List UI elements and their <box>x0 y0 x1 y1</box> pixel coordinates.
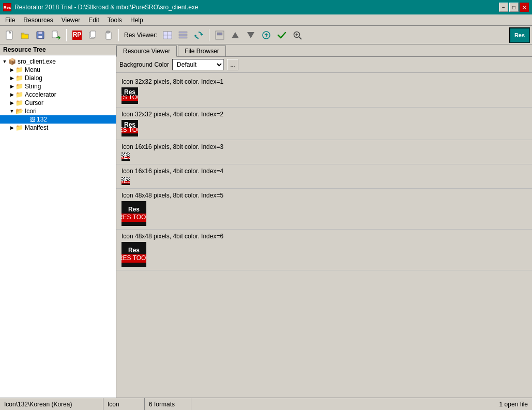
dialog-label: Dialog <box>25 74 42 82</box>
svg-text:RES TOOL: RES TOOL <box>121 214 146 221</box>
menu-file[interactable]: File <box>1 14 19 25</box>
tab-resource-viewer[interactable]: Resource Viewer <box>116 45 177 57</box>
move-down-btn[interactable] <box>244 28 258 42</box>
viewer-content: Icon 32x32 pixels, 8bit color. Index=1 R… <box>116 73 532 398</box>
svg-rect-13 <box>168 32 172 35</box>
menu-help[interactable]: Help <box>126 14 147 25</box>
tree-item-cursor[interactable]: ▶ 📁 Cursor <box>0 99 116 107</box>
svg-rect-17 <box>179 34 187 36</box>
svg-rect-10 <box>107 31 110 33</box>
svg-rect-2 <box>38 32 42 34</box>
tree-content: ▼ 📦 sro_client.exe ▶ 📁 Menu ▶ 📁 Dialog ▶… <box>0 55 116 398</box>
restore-button[interactable]: □ <box>509 3 519 12</box>
tree-item-string[interactable]: ▶ 📁 String <box>0 82 116 90</box>
reload-btn[interactable] <box>191 28 206 42</box>
status-open-files: 1 open file <box>191 398 532 410</box>
icon-folder-icon: 📂 <box>16 108 23 115</box>
icon-preview-3: Res RES <box>121 153 130 161</box>
svg-rect-12 <box>163 32 168 35</box>
svg-marker-23 <box>247 32 254 38</box>
accel-label: Accelerator <box>25 91 56 98</box>
res-view-btn2[interactable] <box>176 28 190 42</box>
app-icon: Res <box>3 3 11 11</box>
new-button[interactable] <box>2 28 17 42</box>
icon-entry-5: Icon 48x48 pixels, 8bit color. Index=5 R… <box>116 189 532 230</box>
menu-edit[interactable]: Edit <box>84 14 103 25</box>
item132-file-icon: 🖼 <box>30 117 35 123</box>
svg-text:RES TOOL: RES TOOL <box>121 126 138 133</box>
accel-expand-icon[interactable]: ▶ <box>8 91 16 98</box>
close-button[interactable]: ✕ <box>520 3 529 12</box>
cursor-label: Cursor <box>25 99 43 107</box>
save-button[interactable] <box>33 28 48 42</box>
icon-label: Icori <box>25 108 37 115</box>
string-label: String <box>25 83 41 90</box>
dialog-folder-icon: 📁 <box>16 74 23 82</box>
item132-label: 132 <box>37 116 47 123</box>
copy-button[interactable] <box>85 28 100 42</box>
svg-text:RES TOOL: RES TOOL <box>121 254 146 262</box>
accel-folder-icon: 📁 <box>16 91 23 98</box>
string-expand-icon[interactable]: ▶ <box>8 83 16 90</box>
menu-tools[interactable]: Tools <box>103 14 126 25</box>
tree-item-manifest[interactable]: ▶ 📁 Manifest <box>0 124 116 132</box>
tree-item-132[interactable]: 🖼 132 <box>0 115 116 124</box>
manifest-label: Manifest <box>25 124 48 131</box>
tab-file-browser[interactable]: File Browser <box>178 45 226 56</box>
icon-entry-2: Icon 32x32 pixels, 4bit color. Index=2 R… <box>116 108 532 140</box>
minimize-button[interactable]: − <box>499 3 508 12</box>
icon-entry-3: Icon 16x16 pixels, 8bit color. Index=3 R… <box>116 140 532 164</box>
icon-label-4: Icon 16x16 pixels, 4bit color. Index=4 <box>121 168 527 175</box>
tree-item-icon[interactable]: ▼ 📂 Icori <box>0 107 116 115</box>
replace-btn[interactable] <box>259 28 273 42</box>
move-up-btn[interactable] <box>228 28 242 42</box>
res-view-btn1[interactable] <box>160 28 175 42</box>
manifest-folder-icon: 📁 <box>16 124 23 131</box>
menu-expand-icon[interactable]: ▶ <box>8 66 16 73</box>
tree-item-dialog[interactable]: ▶ 📁 Dialog <box>0 74 116 82</box>
viewer-toolbar: Background Color Default White Black Cus… <box>116 57 532 73</box>
apply-btn[interactable] <box>275 28 289 42</box>
tree-item-menu[interactable]: ▶ 📁 Menu <box>0 66 116 74</box>
export-button[interactable] <box>49 28 63 42</box>
manifest-expand-icon[interactable]: ▶ <box>8 124 16 131</box>
icon-preview-2: Res RES TOOL <box>121 120 138 136</box>
view-large-btn[interactable] <box>212 28 227 42</box>
svg-rect-14 <box>163 35 168 39</box>
tree-item-accelerator[interactable]: ▶ 📁 Accelerator <box>0 90 116 99</box>
icon-entry-4: Icon 16x16 pixels, 4bit color. Index=4 R… <box>116 164 532 189</box>
viewer-panel: Resource Viewer File Browser Background … <box>116 44 532 398</box>
bg-color-browse-btn[interactable]: ... <box>227 59 238 70</box>
icon-entry-6: Icon 48x48 pixels, 4bit color. Index=6 R… <box>116 230 532 270</box>
svg-marker-22 <box>232 32 239 38</box>
icon-expand-icon[interactable]: ▼ <box>8 108 16 115</box>
menu-viewer[interactable]: Viewer <box>57 14 84 25</box>
svg-rect-8 <box>90 31 96 37</box>
open-button[interactable] <box>18 28 32 42</box>
svg-rect-18 <box>179 37 187 38</box>
title-bar: Res Restorator 2018 Trial - D:\SIlkroad … <box>0 0 532 14</box>
svg-text:RES: RES <box>121 177 130 185</box>
icon-label-1: Icon 32x32 pixels, 8bit color. Index=1 <box>121 78 527 85</box>
cursor-folder-icon: 📁 <box>16 99 23 107</box>
tree-root[interactable]: ▼ 📦 sro_client.exe <box>0 57 116 66</box>
svg-line-26 <box>299 37 301 39</box>
dialog-expand-icon[interactable]: ▶ <box>8 74 16 82</box>
svg-rect-3 <box>38 36 42 38</box>
svg-rect-16 <box>179 32 187 33</box>
main-container: Resource Tree ▼ 📦 sro_client.exe ▶ 📁 Men… <box>0 44 532 398</box>
icon-preview-4: Res RES <box>121 177 130 185</box>
bg-color-select[interactable]: Default White Black Custom <box>172 59 224 70</box>
paste-button[interactable] <box>101 28 115 42</box>
toolbar-separator-1 <box>66 29 67 41</box>
menu-resources[interactable]: Resources <box>19 14 57 25</box>
resource-tree-header: Resource Tree <box>0 44 116 55</box>
string-folder-icon: 📁 <box>16 83 23 90</box>
root-expand-icon[interactable]: ▼ <box>1 58 8 65</box>
restorator-btn[interactable]: RP <box>70 28 84 42</box>
zoom-btn[interactable] <box>290 28 305 42</box>
status-formats: 6 formats <box>145 398 191 410</box>
cursor-expand-icon[interactable]: ▶ <box>8 99 16 107</box>
tabs-bar: Resource Viewer File Browser <box>116 44 532 57</box>
menu-label: Menu <box>25 66 40 73</box>
